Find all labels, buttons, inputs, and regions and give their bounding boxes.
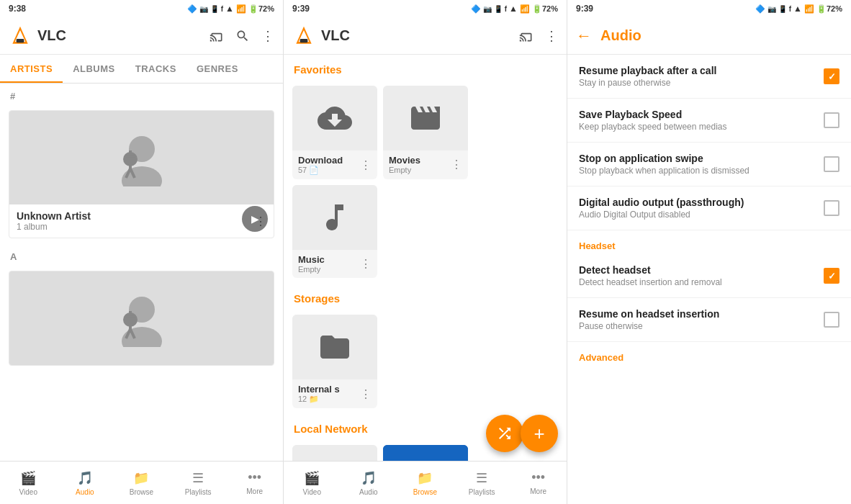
nav-browse-1[interactable]: 📁 Browse [113, 462, 170, 504]
facebook-icon: f [221, 5, 223, 13]
artist-details-1: Unknown Artist 1 album [17, 210, 91, 232]
play-button-1[interactable]: ▶ [242, 206, 268, 232]
more-dots-movies[interactable]: ⋮ [451, 158, 462, 171]
folder-smb-blue[interactable]: ▶ smb [383, 445, 468, 461]
settings-app-bar: ← Audio [567, 17, 851, 55]
battery-icon-2: 🔋72% [532, 4, 558, 14]
tab-tracks[interactable]: TRACKS [125, 55, 186, 83]
more-dots-internal[interactable]: ⋮ [360, 387, 372, 401]
artist-card-1[interactable]: ▶ Unknown Artist 1 album ⋮ [9, 110, 274, 238]
setting-title-detect: Detect headset [579, 264, 815, 276]
nav-browse-label-1: Browse [130, 488, 153, 496]
fab-add-icon: + [533, 423, 544, 445]
battery-icon-3: 🔋72% [816, 4, 842, 14]
screenshot-icon-3: 📱 [778, 5, 787, 13]
folder-thumb-movies [383, 86, 468, 150]
folder-text-music: Music Empty [298, 254, 325, 274]
panel-artists: 9:38 🔷 📷 📱 f ▲ 📶 🔋72% VLC ⋮ [0, 0, 284, 504]
folder-text-internal: Internal s 12 📁 [298, 384, 340, 404]
status-icons-1: 🔷 📷 📱 f ▲ 📶 🔋72% [187, 4, 274, 14]
checkbox-detect-headset[interactable] [824, 268, 839, 284]
search-icon-1[interactable] [235, 29, 250, 43]
fab-add[interactable]: + [521, 415, 558, 452]
setting-playback-speed[interactable]: Save Playback Speed Keep playback speed … [567, 99, 851, 143]
nav-video-1[interactable]: 🎬 Video [0, 462, 57, 504]
setting-detect-headset[interactable]: Detect headset Detect headset insertion … [567, 254, 851, 298]
checkbox-playback-speed[interactable] [824, 112, 839, 128]
nav-more-1[interactable]: ••• More [226, 462, 283, 504]
setting-title-digital: Digital audio output (passthrough) [579, 197, 815, 208]
video-icon-2: 🎬 [304, 470, 320, 486]
checkbox-resume-headset[interactable] [824, 312, 839, 328]
nav-audio-2[interactable]: 🎵 Audio [341, 462, 397, 504]
folder-info-movies: Movies Empty ⋮ [383, 150, 468, 179]
tab-genres[interactable]: GENRES [186, 55, 248, 83]
section-a: A [0, 244, 283, 265]
camera-icon-3: 📷 [767, 5, 776, 13]
folder-internal[interactable]: Internal s 12 📁 ⋮ [292, 315, 377, 408]
checkbox-digital-audio[interactable] [824, 200, 839, 216]
playlists-icon-1: ☰ [192, 470, 204, 486]
more-dots-download[interactable]: ⋮ [360, 158, 372, 172]
artist-card-2[interactable] [9, 271, 274, 366]
setting-app-swipe[interactable]: Stop on application swipe Stop playback … [567, 143, 851, 186]
svg-rect-19 [300, 39, 308, 42]
artist-name-1: Unknown Artist [17, 210, 91, 222]
setting-sub-speed: Keep playback speed between medias [579, 122, 815, 132]
nav-video-label-1: Video [19, 488, 37, 496]
signal-icon-2: 📶 [520, 4, 530, 14]
video-icon-1: 🎬 [20, 470, 36, 486]
folder-count-internal: 12 📁 [298, 395, 340, 404]
setting-text-digital: Digital audio output (passthrough) Audio… [579, 197, 815, 220]
nav-browse-label-2: Browse [413, 488, 437, 496]
fab-shuffle[interactable] [486, 415, 523, 452]
more-icon-1[interactable]: ⋮ [261, 28, 274, 44]
folder-text-movies: Movies Empty [389, 155, 420, 174]
app-bar-2: VLC ⋮ [284, 17, 567, 55]
folder-name-music: Music [298, 254, 325, 265]
folder-thumb-smb-blue: ▶ smb [383, 445, 468, 461]
nav-browse-2[interactable]: 📁 Browse [397, 462, 454, 504]
setting-text-speed: Save Playback Speed Keep playback speed … [579, 109, 815, 132]
section-hash: # [0, 84, 283, 104]
wifi-icon-3: ▲ [793, 4, 802, 14]
nav-playlists-2[interactable]: ☰ Playlists [454, 462, 510, 504]
nav-video-label-2: Video [303, 488, 321, 496]
advanced-section-label: Advanced [567, 342, 851, 369]
nav-playlists-1[interactable]: ☰ Playlists [170, 462, 227, 504]
setting-resume-headset[interactable]: Resume on headset insertion Pause otherw… [567, 298, 851, 342]
app-title-1: VLC [37, 27, 210, 44]
bottom-nav-2: 🎬 Video 🎵 Audio 📁 Browse ☰ Playlists •••… [284, 461, 567, 504]
artists-content: # ▶ Unknown Artist 1 album [0, 84, 283, 461]
tab-albums[interactable]: ALBUMS [63, 55, 125, 83]
more-dots-music[interactable]: ⋮ [360, 257, 372, 271]
vlc-logo-2 [292, 24, 315, 48]
setting-sub-detect: Detect headset insertion and removal [579, 277, 815, 287]
checkbox-resume-call[interactable] [824, 68, 839, 84]
folder-music[interactable]: Music Empty ⋮ [292, 185, 377, 278]
folder-name-download: Download [298, 155, 343, 166]
more-icon-nav-2: ••• [531, 470, 545, 485]
nav-video-2[interactable]: 🎬 Video [284, 462, 341, 504]
folder-count-download: 57 📄 [298, 166, 343, 175]
cast-icon-2[interactable] [519, 29, 533, 43]
folder-thumb-smb-grey: smb [292, 445, 377, 461]
tab-artists[interactable]: ARTISTS [0, 55, 63, 83]
setting-digital-audio[interactable]: Digital audio output (passthrough) Audio… [567, 186, 851, 230]
cast-icon-1[interactable] [210, 29, 224, 43]
nav-audio-1[interactable]: 🎵 Audio [57, 462, 114, 504]
folder-download[interactable]: Download 57 📄 ⋮ [292, 86, 377, 179]
folder-movies[interactable]: Movies Empty ⋮ [383, 86, 468, 179]
checkbox-app-swipe[interactable] [824, 156, 839, 172]
music-folder-icon [318, 200, 352, 235]
folder-smb-grey[interactable]: smb [292, 445, 377, 461]
artist-thumb-1: ▶ [9, 111, 274, 204]
setting-resume-call[interactable]: Resume playback after a call Stay in pau… [567, 55, 851, 99]
nav-more-2[interactable]: ••• More [510, 462, 567, 504]
folder-text-download: Download 57 📄 [298, 155, 343, 175]
setting-text-swipe: Stop on application swipe Stop playback … [579, 153, 815, 176]
nav-playlists-label-2: Playlists [469, 488, 495, 496]
more-icon-2[interactable]: ⋮ [545, 28, 558, 44]
wifi-icon-2: ▲ [509, 4, 518, 14]
back-icon[interactable]: ← [576, 27, 592, 45]
